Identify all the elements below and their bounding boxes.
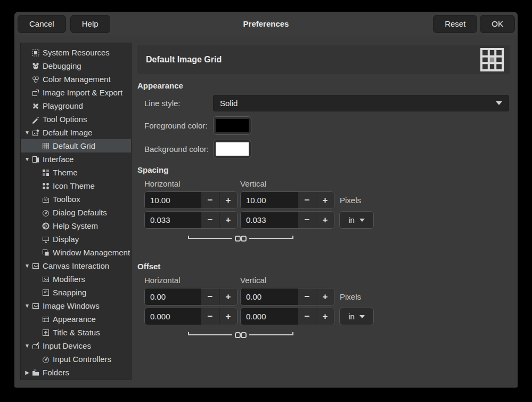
reset-button[interactable]: Reset [433,15,477,33]
increment-button[interactable]: + [219,308,237,325]
sidebar-item-snapping[interactable]: Snapping [21,286,131,299]
decrement-button[interactable]: − [298,212,316,228]
help-system-icon [42,222,51,230]
background-color-label: Background color: [144,144,213,154]
background-color-swatch [216,142,249,156]
sidebar-item-label: Playground [43,101,83,110]
sidebar-item-label: Help System [53,221,98,230]
offset-horizontal-pixels-spinbox: 0.00 − + [144,288,238,305]
offset-horizontal-pixels-input[interactable]: 0.00 [145,288,201,305]
appearance-heading: Appearance [137,81,510,90]
sidebar-item-input-controllers[interactable]: Input Controllers [21,352,131,366]
sidebar-item-label: Color Management [43,75,111,84]
offset-unit-dropdown[interactable]: in [339,308,374,325]
preferences-category-tree: System ResourcesDebuggingColor Managemen… [20,43,132,380]
sidebar-item-input-devices[interactable]: ▼Input Devices [21,339,131,352]
offset-vertical-unit-input[interactable]: 0.000 [241,308,298,325]
expander-expanded-icon[interactable]: ▼ [23,130,31,135]
increment-button[interactable]: + [316,308,334,325]
offset-vertical-pixels-input[interactable]: 0.00 [241,288,298,305]
help-button[interactable]: Help [70,15,110,33]
sidebar-item-label: Display [53,235,79,244]
offset-pixels-unit-label: Pixels [340,292,361,301]
spacing-vertical-unit-input[interactable]: 0.033 [241,212,298,228]
sidebar-item-label: Image Windows [43,301,100,310]
expander-expanded-icon[interactable]: ▼ [23,156,31,162]
expander-expanded-icon[interactable]: ▼ [23,343,31,349]
sidebar-item-label: Appearance [53,315,96,324]
decrement-button[interactable]: − [201,192,219,208]
sidebar-item-toolbox[interactable]: Toolbox [21,192,131,206]
sidebar-item-window-management[interactable]: Window Management [21,246,131,259]
sidebar-item-label: System Resources [43,48,110,57]
offset-chain-toggle[interactable] [187,330,294,340]
increment-button[interactable]: + [316,192,334,208]
spacing-horizontal-pixels-spinbox: 10.00 − + [144,191,238,209]
increment-button[interactable]: + [316,288,334,305]
sidebar-item-label: Input Devices [43,341,91,350]
chevron-down-icon [496,101,502,105]
offset-horizontal-unit-input[interactable]: 0.000 [145,308,201,325]
foreground-color-label: Foreground color: [144,121,213,130]
spacing-vertical-pixels-input[interactable]: 10.00 [241,192,298,208]
spacing-unit-dropdown[interactable]: in [339,211,374,229]
sidebar-item-help-system[interactable]: Help System [21,219,131,232]
spacing-horizontal-unit-input[interactable]: 0.033 [145,212,201,228]
spacing-horizontal-pixels-input[interactable]: 10.00 [145,192,201,208]
decrement-button[interactable]: − [298,192,316,208]
increment-button[interactable]: + [219,212,237,228]
spacing-heading: Spacing [137,165,510,174]
sidebar-item-label: Icon Theme [53,181,95,190]
default-image-icon [31,128,40,137]
decrement-button[interactable]: − [298,308,316,325]
sidebar-item-title-status[interactable]: Title & Status [21,326,131,339]
background-color-button[interactable] [213,140,251,158]
spacing-chain-toggle[interactable] [187,234,294,243]
sidebar-item-folders[interactable]: ▶Folders [21,366,131,379]
line-style-value: Solid [220,99,238,108]
offset-vertical-unit-spinbox: 0.000 − + [240,308,334,325]
sidebar-item-label: Canvas Interaction [43,261,109,270]
decrement-button[interactable]: − [201,212,219,228]
expander-expanded-icon[interactable]: ▼ [23,263,31,269]
sidebar-item-label: Tool Options [43,115,87,124]
sidebar-item-default-image[interactable]: ▼Default Image [21,126,131,139]
sidebar-item-image-windows[interactable]: ▼Image Windows [21,299,131,312]
sidebar-item-color-management[interactable]: Color Management [21,73,131,86]
increment-button[interactable]: + [219,192,237,208]
sidebar-item-theme[interactable]: Theme [21,166,131,179]
sidebar-item-tool-options[interactable]: Tool Options [21,112,131,126]
offset-unit-value: in [348,312,355,321]
sidebar-item-playground[interactable]: Playground [21,99,131,112]
decrement-button[interactable]: − [201,288,219,305]
increment-button[interactable]: + [219,288,237,305]
sidebar-item-label: Snapping [53,288,86,297]
offset-horizontal-label: Horizontal [144,276,240,285]
sidebar-item-interface[interactable]: ▼Interface [21,152,131,166]
sidebar-item-modifiers[interactable]: Modifiers [21,272,131,286]
ok-button[interactable]: OK [480,15,515,33]
expander-expanded-icon[interactable]: ▼ [23,303,31,309]
offset-vertical-pixels-spinbox: 0.00 − + [240,288,334,305]
sidebar-item-image-import-export[interactable]: Image Import & Export [21,86,131,99]
decrement-button[interactable]: − [201,308,219,325]
increment-button[interactable]: + [316,212,334,228]
sidebar-item-default-grid[interactable]: Default Grid [21,139,131,152]
sidebar-item-icon-theme[interactable]: Icon Theme [21,179,131,192]
sidebar-item-dialog-defaults[interactable]: Dialog Defaults [21,206,131,219]
sidebar-item-debugging[interactable]: Debugging [21,59,131,73]
foreground-color-button[interactable] [213,116,251,135]
sidebar-tree: System ResourcesDebuggingColor Managemen… [21,46,131,379]
sidebar-item-system-resources[interactable]: System Resources [21,46,131,59]
line-style-dropdown[interactable]: Solid [213,95,509,111]
sidebar-item-appearance[interactable]: Appearance [21,312,131,326]
sidebar-item-label: Default Image [43,128,92,137]
cancel-button[interactable]: Cancel [18,15,66,33]
folders-icon [31,368,40,377]
decrement-button[interactable]: − [298,288,316,305]
expander-collapsed-icon[interactable]: ▶ [23,369,31,375]
sidebar-item-display[interactable]: Display [21,232,131,246]
image-import-export-icon [31,89,40,97]
chevron-down-icon [359,219,365,222]
sidebar-item-canvas-interaction[interactable]: ▼Canvas Interaction [21,259,131,272]
